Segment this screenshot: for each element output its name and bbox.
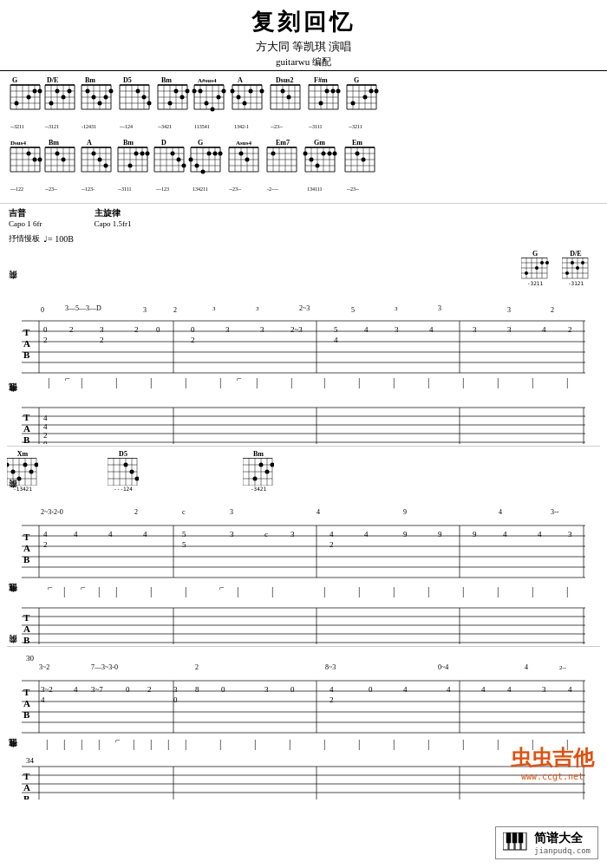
svg-text:4: 4: [43, 414, 48, 422]
svg-text:|: |: [115, 376, 117, 388]
svg-text:|: |: [256, 376, 258, 388]
svg-text:|: |: [81, 738, 82, 750]
svg-text:2--: 2--: [559, 664, 567, 671]
svg-text:9: 9: [403, 530, 408, 538]
svg-text:|: |: [219, 376, 221, 388]
svg-text:2: 2: [191, 336, 195, 344]
svg-text:T: T: [23, 771, 30, 781]
arranger: guitarwu 编配: [0, 55, 607, 69]
svg-text:2: 2: [551, 306, 554, 314]
svg-text:|: |: [497, 738, 499, 750]
bottom-logo: 简谱大全 jianpudq.com: [495, 826, 598, 859]
song-subtitle: 方大同 等凯琪 演唱: [0, 39, 607, 55]
svg-point-127: [249, 89, 253, 94]
svg-text:A: A: [238, 76, 243, 84]
svg-text:|: |: [566, 585, 568, 597]
svg-point-126: [243, 101, 247, 106]
svg-text:4: 4: [568, 685, 572, 694]
svg-text:3: 3: [395, 325, 399, 334]
svg-text:134211: 134211: [193, 186, 208, 192]
svg-point-503: [135, 477, 140, 481]
svg-point-177: [351, 101, 356, 106]
svg-text:--23--: --23--: [347, 186, 359, 192]
svg-text:2: 2: [43, 431, 48, 440]
svg-text:113541: 113541: [194, 124, 210, 129]
svg-text:⌐: ⌐: [115, 735, 121, 745]
svg-text:|: |: [393, 738, 395, 750]
svg-text:A: A: [23, 698, 30, 708]
svg-point-482: [11, 470, 16, 474]
svg-point-520: [271, 463, 275, 467]
svg-text:|: |: [150, 738, 152, 750]
svg-text:|: |: [63, 585, 65, 597]
svg-text:B: B: [23, 709, 30, 720]
svg-point-125: [237, 95, 241, 100]
svg-point-107: [211, 108, 215, 112]
svg-text:|: |: [289, 738, 290, 750]
svg-text:--3211: --3211: [10, 124, 24, 129]
svg-point-285: [219, 152, 223, 156]
svg-point-69: [136, 89, 140, 94]
svg-point-283: [207, 152, 212, 156]
svg-text:--3111: --3111: [309, 124, 323, 129]
svg-point-159: [319, 101, 323, 106]
svg-point-196: [33, 158, 37, 162]
svg-point-160: [325, 89, 330, 94]
svg-text:D: D: [161, 139, 166, 147]
svg-text:T: T: [23, 532, 30, 542]
svg-point-213: [62, 158, 66, 162]
svg-point-230: [104, 164, 108, 168]
svg-point-384: [576, 266, 579, 270]
svg-rect-678: [512, 832, 517, 843]
svg-text:G: G: [12, 76, 17, 84]
svg-point-32: [49, 101, 54, 106]
svg-text:|: |: [323, 738, 325, 750]
svg-text:B: B: [23, 434, 30, 444]
svg-text:3: 3: [542, 685, 546, 694]
svg-text:|: |: [81, 376, 82, 388]
svg-text:2: 2: [330, 695, 334, 704]
svg-point-335: [328, 152, 332, 156]
svg-point-179: [369, 89, 374, 94]
svg-text:---122: ---122: [10, 186, 23, 192]
svg-text:2~3-2-0: 2~3-2-0: [41, 508, 63, 516]
svg-text:|: |: [428, 376, 429, 388]
svg-text:0: 0: [221, 685, 225, 694]
svg-text:3~2: 3~2: [39, 663, 49, 671]
svg-text:7—3~3-0: 7—3~3-0: [91, 663, 118, 671]
svg-point-332: [310, 158, 314, 162]
svg-text:Asus4: Asus4: [236, 140, 251, 147]
svg-text:3: 3: [264, 685, 269, 694]
watermark-url: www.ccgt.net: [511, 772, 594, 781]
svg-text:|: |: [532, 376, 533, 388]
svg-point-105: [199, 89, 203, 94]
svg-point-212: [55, 152, 60, 156]
svg-point-281: [195, 164, 199, 168]
svg-text:⌐: ⌐: [237, 374, 242, 383]
svg-text:4: 4: [447, 685, 451, 694]
inline-chord-de: D/E x: [562, 250, 590, 286]
svg-point-70: [142, 95, 147, 100]
svg-point-108: [217, 95, 221, 100]
svg-rect-677: [506, 832, 511, 843]
svg-text:T: T: [23, 327, 30, 337]
svg-text:A: A: [23, 338, 30, 349]
svg-point-481: [7, 463, 10, 467]
svg-text:4: 4: [143, 530, 147, 538]
svg-text:4: 4: [499, 508, 502, 516]
svg-point-87: [174, 89, 179, 94]
svg-text:3: 3: [256, 305, 259, 312]
svg-text:4: 4: [538, 530, 542, 538]
svg-text:4: 4: [330, 530, 334, 538]
svg-text:3: 3: [438, 304, 441, 312]
svg-text:|: |: [185, 376, 186, 388]
section-label-rhythm3: 节奏吉他: [7, 754, 19, 763]
svg-text:5: 5: [334, 325, 338, 334]
svg-point-88: [180, 95, 185, 100]
svg-point-284: [213, 152, 218, 156]
svg-text:Bm: Bm: [49, 139, 59, 147]
svg-text:2: 2: [568, 325, 572, 334]
svg-text:3: 3: [230, 508, 233, 516]
svg-text:3—5—3—D: 3—5—3—D: [65, 304, 101, 312]
svg-text:3: 3: [507, 325, 512, 334]
